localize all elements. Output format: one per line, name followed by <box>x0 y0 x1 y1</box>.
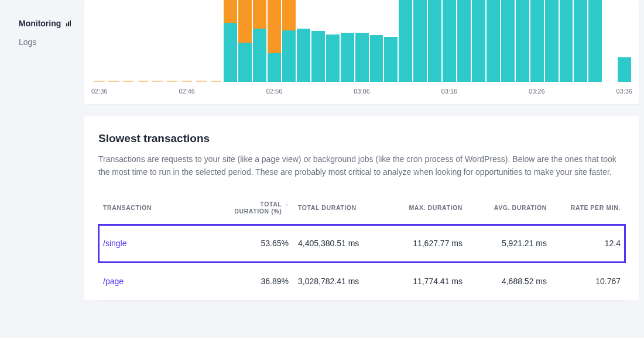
slowest-transactions-card: Slowest transactions Transactions are re… <box>84 116 639 301</box>
sidebar-item-label: Logs <box>19 37 36 47</box>
chart-bar[interactable] <box>603 0 616 82</box>
chart-bar[interactable] <box>516 0 529 82</box>
bar-segment-tiny <box>196 81 207 82</box>
x-tick-label: 03:36 <box>616 88 632 95</box>
chart-bar[interactable] <box>166 0 179 82</box>
column-label: TRANSACTION <box>103 204 152 211</box>
transactions-table: TRANSACTIONTOTAL DURATION (%)↓TOTAL DURA… <box>98 195 625 301</box>
bar-segment-teal <box>530 0 544 82</box>
svg-rect-0 <box>66 23 67 26</box>
dur-pct-cell: 53.65% <box>220 225 293 263</box>
chart-bar[interactable] <box>151 0 165 82</box>
chart-bar[interactable] <box>618 0 631 82</box>
chart-bar[interactable] <box>326 0 340 82</box>
chart-bar[interactable] <box>253 0 266 82</box>
bar-segment-teal <box>282 30 296 82</box>
x-tick-label: 02:56 <box>266 88 283 95</box>
chart-bar[interactable] <box>180 0 194 82</box>
dur-avg-cell: 5,921.21 ms <box>467 225 551 263</box>
column-label: TOTAL DURATION <box>298 204 357 211</box>
chart-bar[interactable] <box>136 0 150 82</box>
chart-bar[interactable] <box>311 0 325 82</box>
section-description: Transactions are requests to your site (… <box>98 153 625 178</box>
bar-segment-teal <box>370 35 383 82</box>
chart-bar[interactable] <box>238 0 252 82</box>
chart-bar[interactable] <box>560 0 573 82</box>
chart-bar[interactable] <box>428 0 441 82</box>
chart-bar[interactable] <box>588 0 602 82</box>
table-column-header[interactable]: RATE PER MIN. <box>551 195 625 225</box>
table-column-header[interactable]: AVG. DURATION <box>467 195 551 225</box>
chart-bar[interactable] <box>282 0 296 82</box>
table-body: /single53.65%4,405,380.51 ms11,627.77 ms… <box>98 225 625 301</box>
transaction-link[interactable]: /page <box>98 263 220 301</box>
sidebar-item-label: Monitoring <box>19 19 61 28</box>
chart-bar[interactable] <box>399 0 412 82</box>
table-column-header[interactable]: TRANSACTION <box>98 195 220 225</box>
column-label: AVG. DURATION <box>494 204 547 211</box>
chart-bar[interactable] <box>224 0 237 82</box>
bar-segment-tiny <box>94 81 104 82</box>
sidebar-item-monitoring[interactable]: Monitoring <box>0 14 84 33</box>
chart-bar[interactable] <box>574 0 587 82</box>
section-title: Slowest transactions <box>98 132 625 145</box>
bar-segment-teal <box>355 33 369 82</box>
sidebar-item-logs[interactable]: Logs <box>0 33 84 51</box>
chart-bar[interactable] <box>194 0 208 82</box>
bar-segment-teal <box>457 0 471 82</box>
bar-segment-teal <box>443 0 456 82</box>
svg-rect-2 <box>70 20 71 26</box>
chart-bar[interactable] <box>443 0 456 82</box>
chart-bar[interactable] <box>370 0 383 82</box>
rate-cell: 10.767 <box>551 263 625 301</box>
chart-bar[interactable] <box>487 0 500 82</box>
x-tick-label: 03:16 <box>441 88 458 95</box>
bar-segment-teal <box>487 0 500 82</box>
sort-descending-icon: ↓ <box>285 201 289 207</box>
chart-card: 02:3602:4602:5603:0603:1603:2603:36 <box>84 0 639 104</box>
chart-icon <box>66 20 73 27</box>
main-content: 02:3602:4602:5603:0603:1603:2603:36 Slow… <box>84 0 644 338</box>
table-row[interactable]: /page36.89%3,028,782.41 ms11,774.41 ms4,… <box>98 263 625 301</box>
x-tick-label: 02:36 <box>91 88 108 95</box>
bar-segment-teal <box>297 29 310 82</box>
table-column-header[interactable]: TOTAL DURATION (%)↓ <box>220 195 293 225</box>
bar-segment-orange <box>238 0 252 43</box>
chart-bar[interactable] <box>297 0 310 82</box>
chart-bar[interactable] <box>530 0 544 82</box>
chart-bar[interactable] <box>355 0 369 82</box>
bar-segment-teal <box>341 33 354 82</box>
dur-max-cell: 11,627.77 ms <box>383 225 467 263</box>
chart-bar[interactable] <box>501 0 515 82</box>
chart-bar[interactable] <box>472 0 485 82</box>
bar-segment-teal <box>268 53 281 82</box>
x-tick-label: 03:26 <box>529 88 545 95</box>
bar-segment-teal <box>224 23 237 82</box>
chart-bar[interactable] <box>209 0 222 82</box>
chart-bar[interactable] <box>413 0 427 82</box>
bar-chart[interactable] <box>91 0 632 82</box>
chart-bar[interactable] <box>545 0 559 82</box>
chart-bar[interactable] <box>122 0 135 82</box>
chart-bar[interactable] <box>457 0 471 82</box>
bar-segment-teal <box>428 0 441 82</box>
table-row[interactable]: /single53.65%4,405,380.51 ms11,627.77 ms… <box>98 225 625 263</box>
dur-avg-cell: 4,688.52 ms <box>467 263 551 301</box>
bar-segment-teal <box>472 0 485 82</box>
bar-segment-teal <box>545 0 559 82</box>
chart-x-axis: 02:3602:4602:5603:0603:1603:2603:36 <box>91 82 632 97</box>
chart-bar[interactable] <box>93 0 106 82</box>
dur-total-cell: 4,405,380.51 ms <box>293 225 383 263</box>
x-tick-label: 02:46 <box>179 88 195 95</box>
chart-bar[interactable] <box>384 0 398 82</box>
bar-segment-orange <box>268 0 281 53</box>
transaction-link[interactable]: /single <box>98 225 220 263</box>
chart-bar[interactable] <box>341 0 354 82</box>
table-column-header[interactable]: MAX. DURATION <box>383 195 467 225</box>
chart-bar[interactable] <box>107 0 121 82</box>
column-label: RATE PER MIN. <box>571 204 621 211</box>
dur-max-cell: 11,774.41 ms <box>383 263 467 301</box>
table-column-header[interactable]: TOTAL DURATION <box>293 195 383 225</box>
chart-bar[interactable] <box>268 0 281 82</box>
sidebar: Monitoring Logs <box>0 0 84 338</box>
